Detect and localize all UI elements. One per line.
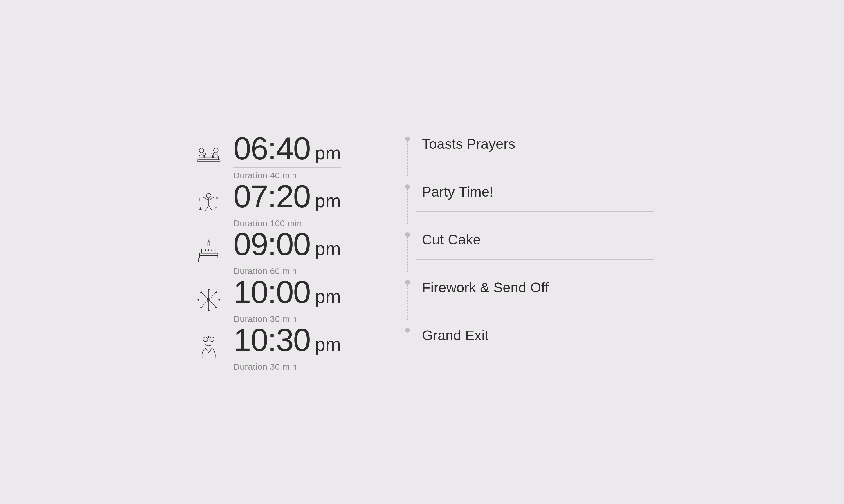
- right-section-exit: Grand Exit: [416, 324, 654, 355]
- svg-line-13: [209, 206, 213, 211]
- time-section-party: 07:20 pm Duration 100 min: [233, 180, 341, 228]
- time-ampm-party: pm: [315, 192, 341, 210]
- time-ampm-firework: pm: [315, 287, 341, 306]
- time-display-cake: 09:00 pm: [233, 228, 341, 263]
- time-main-cake: 09:00: [233, 228, 310, 260]
- left-section-firework: 10:00 pm Duration 30 min: [190, 276, 399, 324]
- timeline-firework: [399, 276, 416, 320]
- svg-point-44: [200, 291, 202, 293]
- svg-point-43: [218, 299, 220, 301]
- party-icon-area: ♪ ♫: [190, 191, 227, 217]
- party-icon: ♪ ♫: [195, 191, 222, 217]
- svg-line-10: [203, 197, 209, 200]
- right-section-cake: Cut Cake: [416, 228, 654, 259]
- cake-icon-area: [190, 239, 227, 265]
- svg-point-30: [211, 249, 213, 251]
- timeline-line-party: [407, 189, 408, 224]
- toasts-icon-area: [190, 143, 227, 169]
- event-name-party: Party Time!: [422, 184, 494, 199]
- svg-point-28: [205, 249, 206, 251]
- svg-line-36: [201, 292, 209, 300]
- event-name-exit: Grand Exit: [422, 328, 489, 343]
- exit-icon: [195, 335, 222, 361]
- svg-point-29: [208, 249, 209, 251]
- svg-point-6: [199, 148, 204, 153]
- timeline-line-toasts: [407, 141, 408, 176]
- svg-line-12: [205, 206, 209, 211]
- svg-point-45: [216, 307, 217, 308]
- time-display-toasts: 06:40 pm: [233, 132, 341, 168]
- time-section-exit: 10:30 pm Duration 30 min: [233, 324, 341, 372]
- timeline-dot-exit: [405, 328, 410, 332]
- firework-icon-area: [190, 287, 227, 313]
- right-section-firework: Firework & Send Off: [416, 276, 654, 307]
- exit-icon-area: [190, 335, 227, 361]
- time-section-firework: 10:00 pm Duration 30 min: [233, 276, 341, 324]
- left-section-toasts: 06:40 pm Duration 40 min: [190, 132, 399, 180]
- svg-line-39: [201, 300, 209, 307]
- schedule-row-exit: 10:30 pm Duration 30 min Grand Exit: [190, 324, 654, 372]
- left-section-exit: 10:30 pm Duration 30 min: [190, 324, 399, 372]
- time-main-party: 07:20: [233, 180, 310, 212]
- svg-point-42: [197, 299, 199, 301]
- right-section-party: Party Time!: [416, 180, 654, 212]
- firework-icon: [195, 287, 222, 313]
- time-ampm-cake: pm: [315, 239, 341, 258]
- timeline-line-cake: [407, 237, 408, 272]
- svg-rect-0: [199, 158, 219, 160]
- toasts-icon: [195, 143, 222, 169]
- time-display-party: 07:20 pm: [233, 180, 341, 215]
- left-section-cake: 09:00 pm Duration 60 min: [190, 228, 399, 276]
- timeline-dot-toasts: [405, 137, 410, 141]
- schedule-container: 06:40 pm Duration 40 min Toasts Prayers: [190, 132, 654, 372]
- cake-icon: [195, 239, 222, 265]
- svg-line-11: [209, 197, 214, 200]
- svg-line-38: [209, 292, 216, 300]
- duration-exit: Duration 30 min: [233, 362, 341, 372]
- right-section-toasts: Toasts Prayers: [416, 132, 654, 164]
- svg-point-40: [208, 289, 209, 290]
- time-section-cake: 09:00 pm Duration 60 min: [233, 228, 341, 276]
- time-ampm-toasts: pm: [315, 144, 341, 162]
- timeline-dot-cake: [405, 232, 410, 237]
- time-main-firework: 10:00: [233, 276, 310, 308]
- svg-text:♪: ♪: [198, 197, 201, 202]
- time-main-exit: 10:30: [233, 324, 310, 356]
- svg-text:♫: ♫: [216, 196, 218, 200]
- svg-point-48: [203, 337, 208, 342]
- svg-point-7: [213, 148, 218, 153]
- time-display-exit: 10:30 pm: [233, 324, 341, 359]
- schedule-row-cake: 09:00 pm Duration 60 min Cut Cake: [190, 228, 654, 276]
- svg-rect-25: [198, 258, 219, 262]
- svg-line-37: [209, 300, 216, 307]
- time-main-toasts: 06:40: [233, 132, 310, 164]
- schedule-row-firework: 10:00 pm Duration 30 min Firework & Send…: [190, 276, 654, 324]
- schedule-row-toasts: 06:40 pm Duration 40 min Toasts Prayers: [190, 132, 654, 180]
- timeline-line-firework: [407, 285, 408, 320]
- svg-rect-22: [208, 241, 210, 246]
- svg-point-41: [208, 309, 209, 311]
- event-name-cake: Cut Cake: [422, 232, 481, 247]
- svg-rect-1: [197, 160, 220, 161]
- svg-point-47: [200, 307, 202, 308]
- time-display-firework: 10:00 pm: [233, 276, 341, 311]
- left-section-party: ♪ ♫ 07:20 pm: [190, 180, 399, 228]
- timeline-party: [399, 180, 416, 224]
- svg-point-46: [216, 291, 217, 293]
- event-name-toasts: Toasts Prayers: [422, 136, 515, 152]
- event-name-firework: Firework & Send Off: [422, 280, 549, 295]
- svg-point-8: [206, 194, 211, 198]
- timeline-dot-party: [405, 184, 410, 189]
- time-section-toasts: 06:40 pm Duration 40 min: [233, 132, 341, 180]
- time-ampm-exit: pm: [315, 335, 341, 354]
- schedule-row-party: ♪ ♫ 07:20 pm: [190, 180, 654, 228]
- timeline-cake: [399, 228, 416, 272]
- timeline-dot-firework: [405, 280, 410, 285]
- svg-point-49: [209, 337, 214, 342]
- timeline-toasts: [399, 132, 416, 176]
- timeline-exit: [399, 324, 416, 332]
